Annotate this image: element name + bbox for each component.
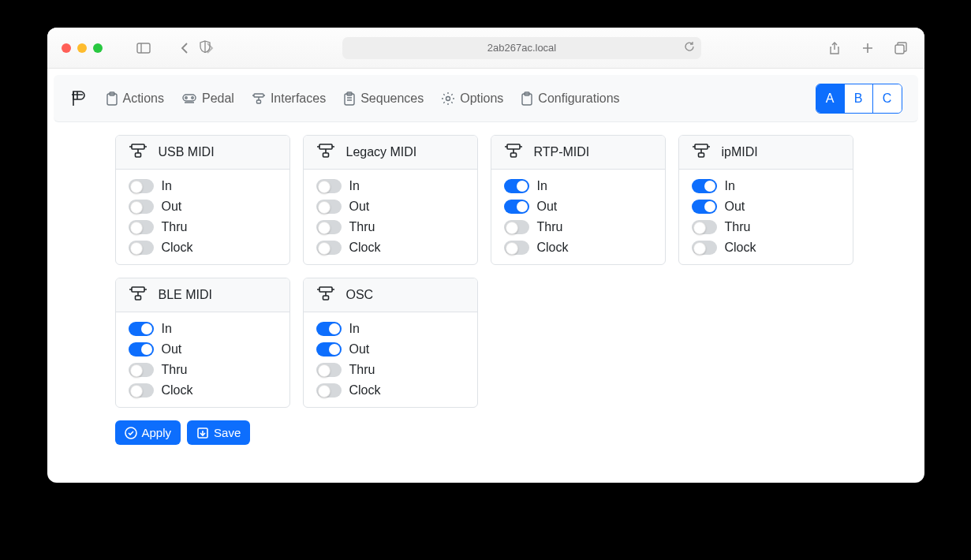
card-title: Legacy MIDI <box>346 145 417 159</box>
nav-sequences[interactable]: Sequences <box>343 91 424 106</box>
out-toggle[interactable] <box>129 342 154 357</box>
card-header: RTP-MIDI <box>491 136 665 170</box>
action-buttons: Apply Save <box>115 420 857 445</box>
in-toggle[interactable] <box>129 322 154 336</box>
toggle-label: Thru <box>162 363 188 377</box>
toggle-row-thru: Thru <box>692 220 840 234</box>
toggle-label: Clock <box>162 241 193 255</box>
interface-card: OSCInOutThruClock <box>303 278 478 408</box>
clock-toggle[interactable] <box>316 241 342 255</box>
toggle-label: Out <box>349 200 370 214</box>
interface-icon <box>129 286 148 304</box>
nav-pedal[interactable]: Pedal <box>181 91 234 106</box>
interface-icon <box>316 286 335 304</box>
new-tab-button[interactable] <box>858 39 877 58</box>
out-toggle[interactable] <box>692 200 717 214</box>
in-toggle[interactable] <box>129 179 154 193</box>
toggle-row-clock: Clock <box>316 241 465 255</box>
tab-overview-button[interactable] <box>891 39 910 58</box>
toggle-label: Thru <box>349 220 375 234</box>
svg-rect-27 <box>132 144 144 149</box>
thru-toggle[interactable] <box>316 363 342 377</box>
toggle-label: In <box>349 179 360 193</box>
card-title: BLE MIDI <box>159 288 212 302</box>
toggle-label: Out <box>349 342 370 357</box>
in-toggle[interactable] <box>504 179 529 193</box>
svg-rect-36 <box>323 153 328 157</box>
toggle-label: In <box>162 179 172 193</box>
out-toggle[interactable] <box>129 200 154 214</box>
interface-card: BLE MIDIInOutThruClock <box>115 278 290 408</box>
profile-selector: ABC <box>816 84 902 114</box>
privacy-shield-icon[interactable] <box>196 37 215 56</box>
back-button[interactable] <box>175 39 194 58</box>
toggle-label: Clock <box>537 241 569 255</box>
in-toggle[interactable] <box>316 322 342 336</box>
toggle-label: Clock <box>725 241 756 255</box>
svg-rect-47 <box>132 287 144 292</box>
card-body: InOutThruClock <box>679 170 853 264</box>
in-toggle[interactable] <box>316 179 342 193</box>
toggle-row-out: Out <box>129 342 277 357</box>
thru-toggle[interactable] <box>692 220 717 234</box>
address-bar[interactable]: 2ab267ac.local <box>342 37 701 59</box>
card-title: USB MIDI <box>159 145 215 159</box>
card-body: InOutThruClock <box>304 312 477 407</box>
toggle-label: Thru <box>162 220 188 234</box>
toggle-label: In <box>162 322 172 336</box>
nav-configurations[interactable]: Configurations <box>521 91 619 106</box>
out-toggle[interactable] <box>504 200 529 214</box>
card-body: InOutThruClock <box>116 312 289 407</box>
svg-rect-56 <box>323 296 328 300</box>
share-button[interactable] <box>825 39 844 58</box>
svg-rect-46 <box>698 153 704 157</box>
toggle-row-clock: Clock <box>316 383 465 398</box>
out-toggle[interactable] <box>316 342 342 357</box>
toggle-label: Out <box>537 200 558 214</box>
toggle-row-thru: Thru <box>504 220 652 234</box>
out-toggle[interactable] <box>316 200 342 214</box>
svg-rect-41 <box>510 153 516 157</box>
card-header: BLE MIDI <box>116 278 289 312</box>
clock-toggle[interactable] <box>504 241 529 255</box>
minimize-window-button[interactable] <box>77 43 87 53</box>
sidebar-toggle-button[interactable] <box>134 39 153 58</box>
toggle-row-thru: Thru <box>129 220 277 234</box>
clock-toggle[interactable] <box>692 241 717 255</box>
clock-toggle[interactable] <box>129 383 154 398</box>
card-title: ipMIDI <box>722 145 758 159</box>
profile-c[interactable]: C <box>873 84 902 113</box>
main-nav: ActionsPedalInterfacesSequencesOptionsCo… <box>54 75 918 122</box>
browser-window: 2ab267ac.local ActionsPedalInterfacesSeq… <box>47 28 924 483</box>
toggle-row-clock: Clock <box>129 241 277 255</box>
interface-card: Legacy MIDIInOutThruClock <box>303 135 478 265</box>
toggle-label: Clock <box>349 383 381 398</box>
nav-actions[interactable]: Actions <box>106 91 164 106</box>
nav-options[interactable]: Options <box>441 91 503 106</box>
svg-point-24 <box>446 96 450 100</box>
profile-b[interactable]: B <box>845 84 873 113</box>
clock-toggle[interactable] <box>129 241 154 255</box>
thru-toggle[interactable] <box>316 220 342 234</box>
toggle-row-thru: Thru <box>129 363 277 377</box>
nav-label: Actions <box>123 91 164 106</box>
clock-toggle[interactable] <box>316 383 342 398</box>
apply-button[interactable]: Apply <box>115 420 181 445</box>
thru-toggle[interactable] <box>504 220 529 234</box>
card-title: RTP-MIDI <box>534 145 590 159</box>
svg-rect-0 <box>137 43 150 53</box>
interface-card: USB MIDIInOutThruClock <box>115 135 290 265</box>
save-button[interactable]: Save <box>187 420 250 445</box>
reload-icon[interactable] <box>684 41 695 55</box>
toggle-row-thru: Thru <box>316 363 465 377</box>
profile-a[interactable]: A <box>816 84 845 113</box>
thru-toggle[interactable] <box>129 220 154 234</box>
maximize-window-button[interactable] <box>93 43 103 53</box>
nav-interfaces[interactable]: Interfaces <box>252 91 326 106</box>
toggle-row-in: In <box>316 179 465 193</box>
in-toggle[interactable] <box>692 179 717 193</box>
toggle-row-thru: Thru <box>316 220 465 234</box>
brand-logo[interactable] <box>69 89 88 108</box>
thru-toggle[interactable] <box>129 363 154 377</box>
close-window-button[interactable] <box>62 43 71 53</box>
